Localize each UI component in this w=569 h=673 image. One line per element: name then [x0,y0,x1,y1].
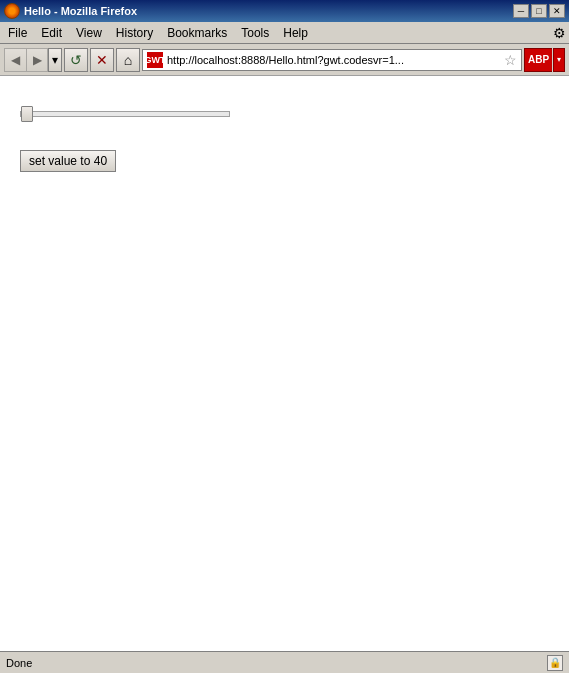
window-title: Hello - Mozilla Firefox [24,5,137,17]
adblock-main[interactable]: ABP [524,48,552,72]
chevron-down-icon: ▾ [52,53,58,67]
slider-container [20,106,549,120]
back-forward-group: ◀ ▶ ▾ [4,48,62,72]
home-icon: ⌂ [124,52,132,68]
back-button[interactable]: ◀ [4,48,26,72]
menu-help[interactable]: Help [277,24,314,42]
gear-icon: ⚙ [551,25,567,41]
stop-button[interactable]: ✕ [90,48,114,72]
maximize-button[interactable]: □ [531,4,547,18]
address-bar[interactable]: GWT http://localhost:8888/Hello.html?gwt… [142,49,522,71]
title-bar: Hello - Mozilla Firefox ─ □ ✕ [0,0,569,22]
menu-edit[interactable]: Edit [35,24,68,42]
menu-bookmarks[interactable]: Bookmarks [161,24,233,42]
window-controls: ─ □ ✕ [513,4,565,18]
menu-file[interactable]: File [2,24,33,42]
menu-history[interactable]: History [110,24,159,42]
close-button[interactable]: ✕ [549,4,565,18]
home-button[interactable]: ⌂ [116,48,140,72]
title-bar-left: Hello - Mozilla Firefox [4,3,137,19]
reload-button[interactable]: ↺ [64,48,88,72]
minimize-button[interactable]: ─ [513,4,529,18]
browser-settings[interactable]: ⚙ [551,25,567,41]
forward-button[interactable]: ▶ [26,48,48,72]
security-icon: 🔒 [547,655,563,671]
adblock-dropdown[interactable]: ▾ [553,48,565,72]
status-bar: Done 🔒 [0,651,569,673]
menu-tools[interactable]: Tools [235,24,275,42]
menu-bar: File Edit View History Bookmarks Tools H… [0,22,569,44]
back-icon: ◀ [11,53,20,67]
adblock-button[interactable]: ABP ▾ [524,48,565,72]
set-value-button[interactable]: set value to 40 [20,150,116,172]
app-icon [4,3,20,19]
page-favicon: GWT [147,52,163,68]
status-text: Done [6,657,32,669]
bookmark-star[interactable]: ☆ [504,52,517,68]
reload-icon: ↺ [70,52,82,68]
menu-view[interactable]: View [70,24,108,42]
address-url: http://localhost:8888/Hello.html?gwt.cod… [167,54,500,66]
forward-icon: ▶ [33,53,42,67]
value-slider[interactable] [20,111,230,117]
browser-content: set value to 40 [0,76,569,651]
stop-icon: ✕ [96,52,108,68]
nav-bar: ◀ ▶ ▾ ↺ ✕ ⌂ GWT http://localhost:8888/He… [0,44,569,76]
history-dropdown-button[interactable]: ▾ [48,48,62,72]
